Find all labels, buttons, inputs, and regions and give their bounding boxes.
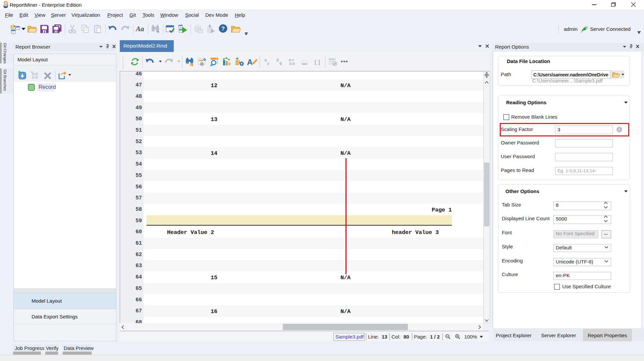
svg-text:0-9: 0-9: [289, 62, 295, 66]
svg-text:[ ]: [ ]: [315, 59, 320, 65]
svg-text:z: z: [267, 61, 269, 66]
svg-text:9: 9: [279, 61, 282, 66]
svg-text:a: a: [264, 57, 267, 62]
svg-text:0: 0: [276, 58, 279, 63]
svg-text:a-z: a-z: [289, 58, 294, 62]
svg-text:?: ?: [221, 25, 225, 32]
svg-text:A: A: [247, 58, 253, 67]
